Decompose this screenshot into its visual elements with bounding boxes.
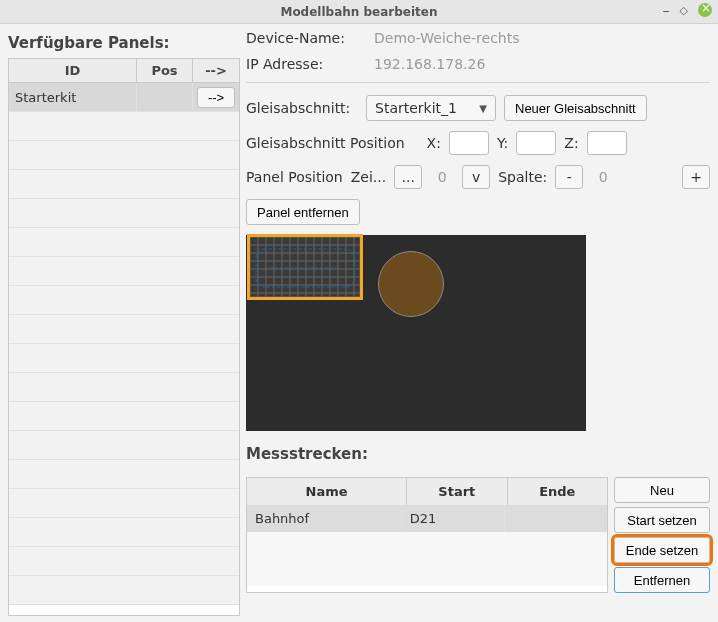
panel-row-empty [9, 228, 239, 257]
z-label: Z: [564, 135, 578, 151]
mess-row-name: Bahnhof [247, 505, 402, 532]
mess-set-start-button[interactable]: Start setzen [614, 507, 710, 533]
row-ellipsis-button[interactable]: ... [394, 165, 422, 189]
device-name-value: Demo-Weiche-rechts [374, 30, 520, 46]
messstrecken-table: Name Start Ende Bahnhof D21 [246, 477, 608, 593]
col-header-id[interactable]: ID [9, 59, 137, 82]
window-title: Modellbahn bearbeiten [280, 5, 437, 19]
remove-panel-button[interactable]: Panel entfernen [246, 199, 360, 225]
panel-row-empty [9, 112, 239, 141]
col-header-end[interactable]: Ende [508, 478, 607, 505]
col-label: Spalte: [498, 169, 547, 185]
panel-row-empty [9, 460, 239, 489]
available-panels-title: Verfügbare Panels: [8, 34, 240, 52]
minimap[interactable] [250, 237, 360, 297]
minimize-icon[interactable]: – [663, 2, 670, 18]
panel-row-empty [9, 315, 239, 344]
panel-row-id: Starterkit [9, 83, 137, 111]
panel-row-empty [9, 373, 239, 402]
title-bar: Modellbahn bearbeiten – ◇ [0, 0, 718, 24]
row-label: Zei... [351, 169, 386, 185]
col-header-pos[interactable]: Pos [137, 59, 193, 82]
separator [246, 82, 710, 83]
col-header-go[interactable]: --> [193, 59, 239, 82]
section-selected: Starterkit_1 [375, 100, 457, 116]
panel-row-empty [9, 141, 239, 170]
y-label: Y: [497, 135, 508, 151]
device-name-label: Device-Name: [246, 30, 366, 46]
maximize-icon[interactable]: ◇ [680, 4, 688, 17]
row-v-button[interactable]: v [462, 165, 490, 189]
y-input[interactable] [516, 131, 556, 155]
ip-label: IP Adresse: [246, 56, 366, 72]
go-button[interactable]: --> [197, 87, 235, 108]
panel-row-empty [9, 199, 239, 228]
mess-row[interactable]: Bahnhof D21 [247, 505, 607, 532]
available-panels-table: ID Pos --> Starterkit --> [8, 58, 240, 616]
panel-row-empty [9, 431, 239, 460]
panel-row-empty [9, 170, 239, 199]
messstrecken-title: Messstrecken: [246, 445, 710, 463]
chevron-down-icon: ▼ [479, 103, 487, 114]
panel-row-empty [9, 344, 239, 373]
track-element-icon[interactable] [378, 251, 444, 317]
minimap-grid-icon [250, 237, 360, 297]
panel-row-empty [9, 286, 239, 315]
panel-row-empty [9, 489, 239, 518]
mess-new-button[interactable]: Neu [614, 477, 710, 503]
mess-remove-button[interactable]: Entfernen [614, 567, 710, 593]
col-value: 0 [591, 169, 615, 185]
section-pos-label: Gleisabschnitt Position [246, 135, 405, 151]
preview-canvas[interactable] [246, 235, 586, 431]
panel-row-empty [9, 576, 239, 605]
new-section-button[interactable]: Neuer Gleisabschnitt [504, 95, 647, 121]
section-label: Gleisabschnitt: [246, 100, 358, 116]
mess-row-end [505, 505, 607, 532]
mess-set-end-button[interactable]: Ende setzen [614, 537, 710, 563]
panel-row-empty [9, 518, 239, 547]
section-dropdown[interactable]: Starterkit_1 ▼ [366, 95, 496, 121]
panel-row-empty [9, 402, 239, 431]
panel-row-empty [9, 547, 239, 576]
col-header-start[interactable]: Start [407, 478, 507, 505]
panel-row-pos [137, 83, 193, 111]
mess-row-empty [247, 532, 607, 586]
panel-pos-label: Panel Position [246, 169, 343, 185]
col-minus-button[interactable]: - [555, 165, 583, 189]
x-label: X: [427, 135, 441, 151]
row-value: 0 [430, 169, 454, 185]
mess-row-start: D21 [402, 505, 505, 532]
panel-row-empty [9, 257, 239, 286]
col-plus-button[interactable]: + [682, 165, 710, 189]
panel-row[interactable]: Starterkit --> [9, 83, 239, 112]
col-header-name[interactable]: Name [247, 478, 407, 505]
ip-value: 192.168.178.26 [374, 56, 485, 72]
x-input[interactable] [449, 131, 489, 155]
close-icon[interactable] [698, 3, 712, 17]
z-input[interactable] [587, 131, 627, 155]
